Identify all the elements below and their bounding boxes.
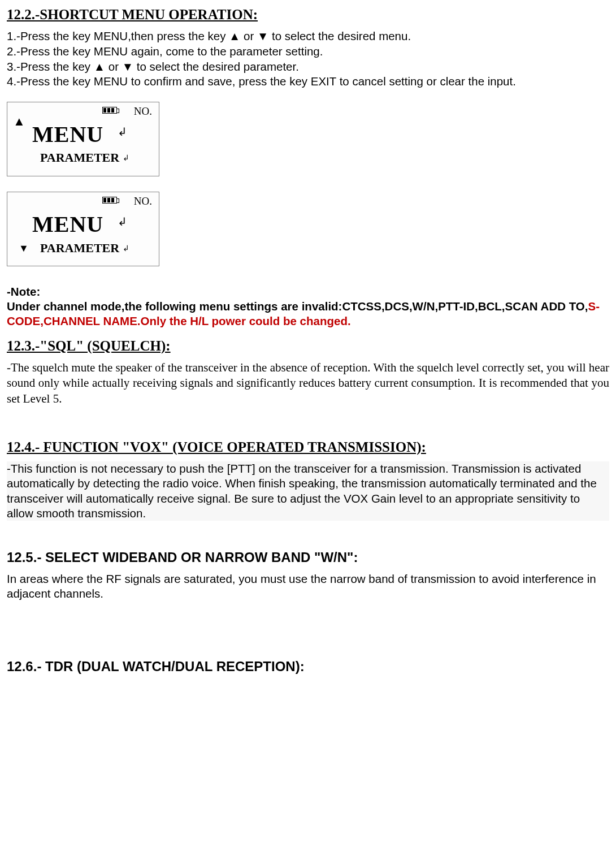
caret-icon: ↲ <box>118 125 127 139</box>
triangle-up-icon: ▲ <box>13 114 25 129</box>
heading-12-4: 12.4.- FUNCTION "VOX" (VOICE OPERATED TR… <box>7 438 609 456</box>
lcd-figure-up: ▲ NO. MENU ↲ PARAMETER ↲ <box>7 102 159 176</box>
step-2: 2.-Press the key MENU again, come to the… <box>7 44 609 59</box>
wn-paragraph: In areas where the RF signals are satura… <box>7 572 609 601</box>
note-block: -Note: Under channel mode,the following … <box>7 284 609 329</box>
step-4: 4.-Press the key MENU to confirm and sav… <box>7 74 609 89</box>
heading-12-6: 12.6.- TDR (DUAL WATCH/DUAL RECEPTION): <box>7 658 609 675</box>
note-text-black: Under channel mode,the following menu se… <box>7 300 588 313</box>
note-body: Under channel mode,the following menu se… <box>7 299 609 328</box>
parameter-label: PARAMETER <box>40 240 119 256</box>
heading-12-5: 12.5.- SELECT WIDEBAND OR NARROW BAND "W… <box>7 549 609 566</box>
menu-label: MENU <box>32 210 103 239</box>
caret-icon: ↲ <box>118 215 127 229</box>
battery-icon <box>102 106 119 114</box>
no-label: NO. <box>134 194 152 208</box>
parameter-label: PARAMETER <box>40 150 119 166</box>
caret-icon: ↲ <box>123 153 129 163</box>
lcd-figure-down: NO. MENU ↲ PARAMETER ↲ ▼ <box>7 192 159 266</box>
caret-icon: ↲ <box>123 244 129 254</box>
note-label: -Note: <box>7 284 609 299</box>
triangle-down-icon: ▼ <box>19 242 29 255</box>
heading-12-2: 12.2.-SHORTCUT MENU OPERATION: <box>7 6 609 23</box>
step-3: 3.-Press the key ▲ or ▼ to select the de… <box>7 59 609 74</box>
menu-label: MENU <box>32 120 103 149</box>
no-label: NO. <box>134 105 152 118</box>
vox-paragraph: -This function is not necessary to push … <box>7 461 609 521</box>
battery-icon <box>102 196 119 204</box>
step-1: 1.-Press the key MENU,then press the key… <box>7 29 609 44</box>
sql-paragraph: -The squelch mute the speaker of the tra… <box>7 360 609 407</box>
heading-12-3: 12.3.-"SQL" (SQUELCH): <box>7 337 609 355</box>
